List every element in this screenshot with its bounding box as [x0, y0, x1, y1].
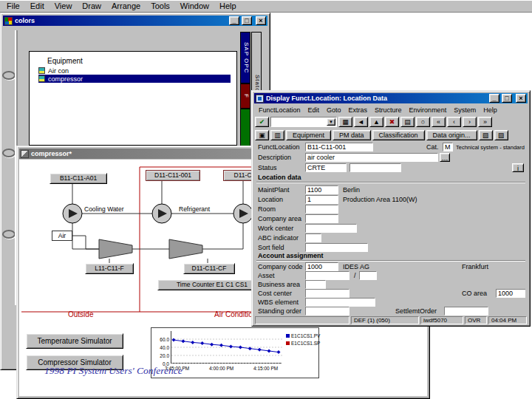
menu-structure[interactable]: Structure — [371, 106, 406, 114]
binder-ring — [2, 230, 16, 239]
legend-swatch — [286, 341, 290, 345]
tag-box-b11-c11-a01[interactable]: B11-C11-A01 — [50, 173, 107, 184]
work-center-input[interactable] — [305, 224, 357, 233]
trend-legend: E1C1CS1.PV E1C1CS1.SP — [286, 333, 320, 348]
find-icon[interactable]: ○ — [416, 117, 430, 127]
menu-window[interactable]: Window — [175, 1, 214, 11]
menu-environment[interactable]: Environment — [406, 106, 451, 114]
maximize-icon[interactable]: □ — [502, 94, 512, 103]
print-icon[interactable]: ▤ — [400, 117, 415, 127]
menu-arrange[interactable]: Arrange — [106, 1, 146, 11]
tree-item-aircon[interactable]: Air con — [38, 66, 231, 75]
colors-window-icon[interactable] — [4, 17, 13, 25]
menu-view[interactable]: View — [50, 1, 78, 11]
colors-titlebar[interactable]: colors _ □ × — [3, 16, 267, 26]
temperature-simulator-button[interactable]: Temperature Simulator — [26, 333, 123, 349]
status-input-2[interactable] — [349, 163, 401, 172]
hierarchy-icon[interactable]: ▧ — [479, 130, 493, 140]
company-code-input[interactable]: 1000 — [305, 262, 338, 271]
exit-icon[interactable]: ▲ — [369, 117, 383, 127]
tree-item-label: compressor — [48, 75, 83, 83]
detail-icon[interactable]: ▣ — [255, 130, 269, 140]
binder-ring — [2, 149, 16, 157]
field-label: WBS element — [258, 299, 305, 306]
menu-functlocation[interactable]: FunctLocation — [255, 106, 304, 114]
air-label: Air — [52, 231, 72, 241]
status-input[interactable]: CRTE — [305, 163, 347, 172]
structure-icon[interactable]: ▨ — [494, 130, 508, 140]
sort-field-input[interactable] — [305, 243, 368, 252]
close-icon[interactable]: × — [256, 16, 266, 25]
menu-help[interactable]: Help — [214, 1, 242, 11]
field-row-room: Room — [258, 205, 525, 214]
standing-order-input[interactable] — [305, 307, 349, 316]
save-icon[interactable]: ▦ — [338, 117, 352, 127]
field-row-business-area: Business area — [258, 280, 525, 289]
tree-item-compressor[interactable]: compressor — [38, 75, 231, 83]
category-input[interactable]: M — [443, 143, 453, 151]
y-axis-tick: 40.0 — [153, 345, 169, 350]
tag-box-d11-c11-cf[interactable]: D11-C11-CF — [183, 263, 235, 274]
field-label: Standing order — [258, 307, 305, 315]
menu-goto[interactable]: Goto — [323, 106, 345, 114]
next-page-icon[interactable]: › — [463, 117, 477, 127]
sap-titlebar[interactable]: Display Funct.Location: Location Data _ … — [254, 93, 528, 103]
equipment-button[interactable]: Equipment — [286, 130, 331, 140]
classification-button[interactable]: Classification — [372, 130, 425, 140]
time-counter-box[interactable]: Time Counter E1 C1 CS1 — [157, 279, 267, 290]
compressor-window-icon[interactable] — [21, 150, 29, 158]
prev-page-icon[interactable]: ‹ — [447, 117, 461, 127]
info-icon[interactable]: i — [512, 163, 524, 172]
menu-draw[interactable]: Draw — [77, 1, 106, 11]
back-icon[interactable]: ◄ — [354, 117, 368, 127]
asset-subnumber-input[interactable] — [359, 271, 377, 280]
location-input[interactable]: 1 — [305, 195, 338, 204]
data-origin-button[interactable]: Data origin... — [426, 130, 477, 140]
pm-data-button[interactable]: PM data — [332, 130, 371, 140]
cancel-icon[interactable]: ✖ — [385, 117, 399, 127]
maximize-icon[interactable]: □ — [242, 16, 252, 25]
field-label: Sort field — [258, 244, 305, 251]
minimize-icon[interactable]: _ — [229, 16, 239, 25]
menu-system[interactable]: System — [450, 106, 480, 114]
functlocation-input[interactable]: B11-C11-001 — [305, 143, 373, 151]
field-label: Location — [258, 196, 305, 203]
menu-tools[interactable]: Tools — [146, 1, 175, 11]
page-tab-sap[interactable]: SAP OPC — [240, 32, 250, 83]
last-page-icon[interactable]: » — [478, 117, 492, 127]
legend-swatch — [286, 334, 290, 338]
menu-help[interactable]: Help — [480, 106, 501, 114]
field-row-abc-indicator: ABC indicator — [258, 233, 525, 242]
minimize-icon[interactable]: _ — [489, 94, 499, 103]
company-area-input[interactable] — [305, 214, 338, 223]
first-page-icon[interactable]: « — [432, 117, 446, 127]
sap-window-icon[interactable] — [256, 95, 264, 103]
co-area-input[interactable]: 1000 — [496, 289, 525, 298]
maintplant-input[interactable]: 1100 — [305, 185, 338, 194]
trend-plot-area — [171, 331, 282, 364]
matchcode-icon[interactable]: … — [440, 153, 450, 162]
field-row-cost-center: Cost center CO area 1000 — [258, 289, 525, 298]
abc-indicator-input[interactable] — [305, 233, 321, 242]
cost-center-input[interactable] — [305, 289, 349, 298]
colors-window-title: colors — [15, 17, 35, 24]
dropdown-icon[interactable]: ▼ — [327, 118, 335, 126]
room-input[interactable] — [305, 205, 338, 214]
asset-input[interactable] — [305, 271, 349, 280]
menu-edit[interactable]: Edit — [304, 106, 324, 114]
menu-extras[interactable]: Extras — [345, 106, 372, 114]
enter-icon[interactable]: ✔ — [255, 117, 269, 127]
overview-icon[interactable]: ▥ — [270, 130, 284, 140]
menu-edit[interactable]: Edit — [25, 1, 50, 11]
menu-file[interactable]: File — [1, 1, 25, 11]
tag-box-d11-c11-001[interactable]: D11-C11-001 — [146, 170, 200, 181]
page-tab-f[interactable]: F — [240, 83, 250, 109]
settlement-order-input[interactable] — [444, 307, 488, 316]
command-field[interactable]: ▼ — [270, 117, 337, 127]
field-label: Room — [258, 205, 305, 213]
wbs-element-input[interactable] — [305, 298, 375, 307]
close-icon[interactable]: × — [516, 94, 526, 103]
tag-box-l11-c11-f[interactable]: L11-C11-F — [85, 263, 134, 274]
description-input[interactable]: air cooler — [305, 153, 438, 162]
business-area-input[interactable] — [305, 280, 326, 289]
